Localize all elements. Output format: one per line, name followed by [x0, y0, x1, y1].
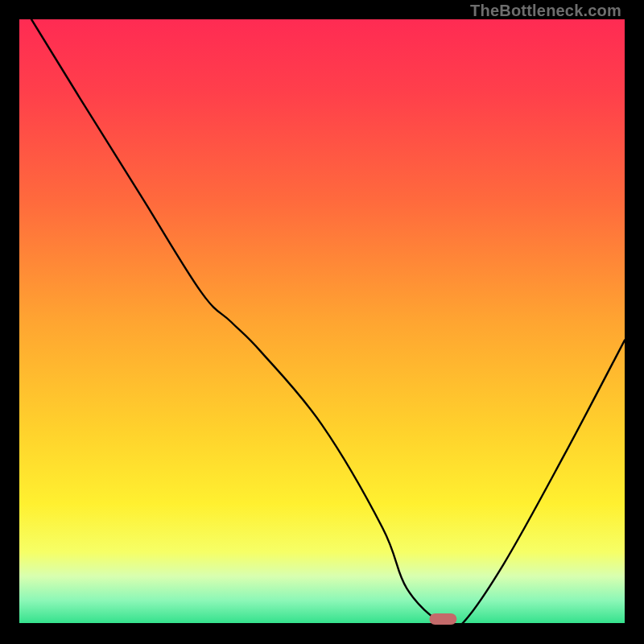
bottleneck-chart	[19, 19, 625, 625]
chart-background	[19, 19, 625, 625]
chart-frame	[19, 19, 625, 625]
watermark-text: TheBottleneck.com	[470, 2, 621, 20]
optimal-marker	[429, 613, 456, 625]
